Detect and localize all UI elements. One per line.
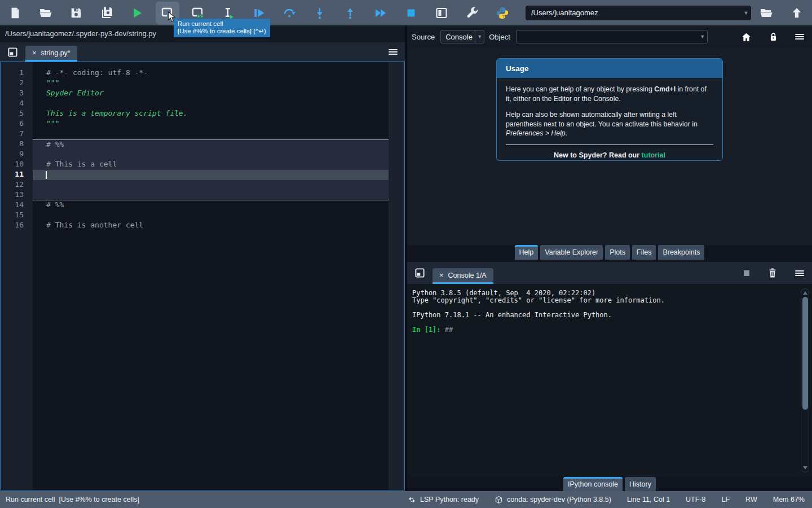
tab-plots[interactable]: Plots	[605, 245, 630, 260]
editor-line-11[interactable]: 11	[1, 170, 389, 180]
editor-line-9[interactable]: 9	[1, 150, 389, 160]
code-text[interactable]: # This is a cell	[33, 160, 389, 170]
lock-button[interactable]	[769, 32, 778, 42]
editor-line-2[interactable]: 2"""	[1, 78, 389, 89]
line-number: 6	[1, 119, 24, 129]
code-text[interactable]: This is a temporary script file.	[33, 109, 389, 119]
editor-scrollbar-gutter[interactable]	[389, 62, 404, 490]
usage-footer: New to Spyder? Read our tutorial	[506, 151, 713, 160]
close-icon[interactable]: ×	[32, 49, 37, 57]
chevron-down-icon[interactable]: ▼	[475, 30, 484, 43]
line-number: 4	[1, 99, 24, 109]
line-number: 9	[1, 150, 24, 160]
tab-history[interactable]: History	[625, 477, 656, 491]
editor-line-10[interactable]: 10# This is a cell	[1, 160, 389, 170]
editor-line-1[interactable]: 1# -*- coding: utf-8 -*-	[1, 68, 389, 78]
browse-tabs-icon[interactable]	[414, 268, 425, 278]
code-text[interactable]	[33, 180, 389, 190]
console-line: Type "copyright", "credits" or "license"…	[412, 297, 812, 304]
browse-working-directory-button[interactable]	[751, 0, 782, 25]
scrollbar-thumb[interactable]	[802, 297, 808, 410]
code-text[interactable]	[33, 211, 389, 221]
parent-directory-button[interactable]	[782, 0, 812, 25]
code-text[interactable]	[33, 190, 389, 200]
editor-line-3[interactable]: 3Spyder Editor	[1, 89, 389, 99]
close-icon[interactable]: ×	[439, 271, 444, 279]
home-button[interactable]	[741, 32, 752, 42]
save-button[interactable]	[61, 0, 91, 25]
console-prompt-line[interactable]: In [1]: ##	[412, 326, 812, 334]
chevron-down-icon[interactable]: ▼	[742, 10, 751, 16]
lsp-status: LSP Python: ready	[408, 496, 479, 504]
editor-tab-string-py[interactable]: × string.py*	[25, 46, 77, 62]
usage-body: Here you can get help of any object by p…	[497, 78, 722, 160]
tab-variable-explorer[interactable]: Variable Explorer	[540, 245, 603, 260]
usage-divider	[506, 144, 713, 145]
scroll-down-icon[interactable]	[803, 466, 807, 470]
step-out-button[interactable]	[335, 0, 365, 25]
step-into-button[interactable]	[304, 0, 335, 25]
code-text[interactable]	[33, 129, 389, 139]
editor-line-16[interactable]: 16# This is another cell	[1, 221, 389, 231]
source-label: Source	[412, 33, 435, 41]
continue-execution-button[interactable]	[365, 0, 396, 25]
editor-line-5[interactable]: 5This is a temporary script file.	[1, 109, 389, 119]
editor-line-7[interactable]: 7	[1, 129, 389, 139]
tooltip-line2: [Use #%% to create cells] (^↵)	[178, 28, 266, 35]
code-editor[interactable]: 1# -*- coding: utf-8 -*-2"""3Spyder Edit…	[0, 62, 405, 491]
maximize-pane-button[interactable]	[426, 0, 457, 25]
tab-files[interactable]: Files	[632, 245, 656, 260]
code-text[interactable]: """	[33, 119, 389, 129]
preferences-button[interactable]	[457, 0, 487, 25]
chevron-down-icon[interactable]: ▼	[698, 34, 707, 40]
editor-options-button[interactable]	[389, 48, 398, 56]
code-text[interactable]	[33, 170, 389, 180]
wrench-icon	[465, 6, 479, 20]
object-label: Object	[489, 33, 510, 41]
code-text[interactable]	[33, 150, 389, 160]
remove-console-button[interactable]	[768, 268, 777, 278]
editor-line-14[interactable]: 14# %%	[1, 200, 389, 211]
working-directory-value[interactable]: /Users/juanitagomez	[526, 8, 742, 17]
editor-line-15[interactable]: 15	[1, 211, 389, 221]
console-options-button[interactable]	[795, 269, 804, 277]
editor-line-6[interactable]: 6"""	[1, 119, 389, 129]
code-text[interactable]: # %%	[33, 139, 389, 150]
new-file-button[interactable]	[0, 0, 30, 25]
save-all-button[interactable]	[91, 0, 122, 25]
code-text[interactable]: Spyder Editor	[33, 89, 389, 99]
console-tab-1a[interactable]: × Console 1/A	[433, 268, 493, 284]
tab-ipython-console[interactable]: IPython console	[563, 477, 623, 491]
help-options-button[interactable]	[795, 33, 804, 41]
browse-tabs-icon[interactable]	[7, 47, 18, 58]
editor-line-4[interactable]: 4	[1, 99, 389, 109]
working-directory-combo[interactable]: /Users/juanitagomez ▼	[526, 6, 751, 20]
editor-line-13[interactable]: 13	[1, 190, 389, 200]
interrupt-kernel-button[interactable]	[743, 270, 750, 277]
object-combo[interactable]: ▼	[516, 30, 708, 43]
stop-button[interactable]	[396, 0, 426, 25]
code-text[interactable]: """	[33, 78, 389, 89]
line-number: 7	[1, 129, 24, 139]
tab-help[interactable]: Help	[515, 245, 539, 260]
code-text[interactable]: # This is another cell	[33, 221, 389, 231]
console-input[interactable]: ##	[445, 326, 453, 334]
editor-line-8[interactable]: 8# %%	[1, 139, 389, 150]
editor-line-12[interactable]: 12	[1, 180, 389, 190]
usage-title: Usage	[497, 59, 722, 78]
run-file-button[interactable]	[122, 0, 152, 25]
hamburger-icon	[389, 49, 398, 55]
step-over-button[interactable]	[274, 0, 304, 25]
console-scrollbar[interactable]	[801, 288, 809, 472]
encoding-status: UTF-8	[686, 496, 705, 503]
code-text[interactable]: # -*- coding: utf-8 -*-	[33, 68, 389, 78]
python-environment-button[interactable]	[487, 0, 518, 25]
scroll-up-icon[interactable]	[803, 291, 807, 295]
ipython-console[interactable]: Python 3.8.5 (default, Sep 4 2020, 02:22…	[407, 284, 812, 477]
tab-breakpoints[interactable]: Breakpoints	[658, 245, 704, 260]
open-file-button[interactable]	[30, 0, 61, 25]
code-text[interactable]: # %%	[33, 200, 389, 211]
code-text[interactable]	[33, 99, 389, 109]
source-select[interactable]: Console ▼	[440, 30, 484, 43]
tutorial-link[interactable]: tutorial	[642, 151, 665, 159]
